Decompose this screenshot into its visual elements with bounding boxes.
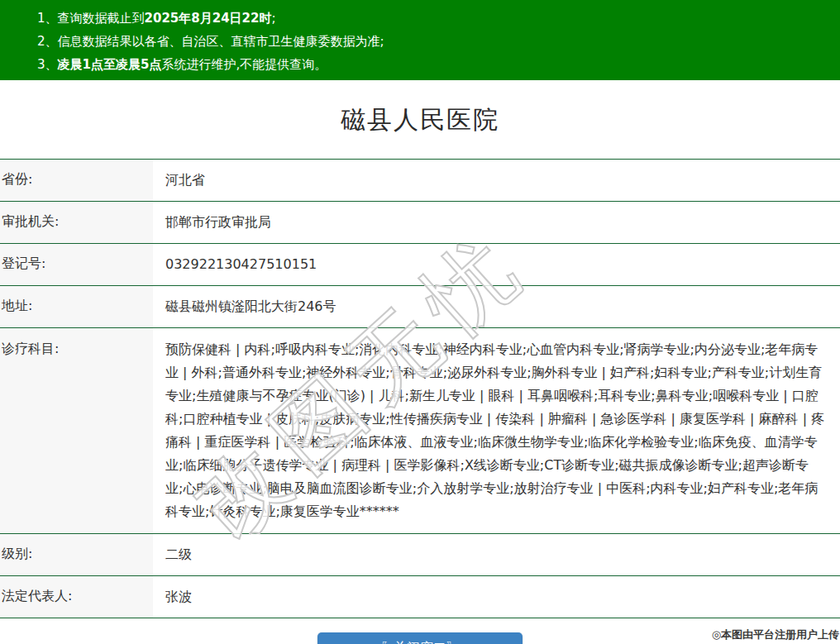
row-value: 河北省 xyxy=(153,160,840,201)
page-title: 磁县人民医院 xyxy=(0,103,840,137)
info-table: 省份: 河北省 审批机关: 邯郸市行政审批局 登记号: 032922130427… xyxy=(0,159,840,618)
table-row-approval-authority: 审批机关: 邯郸市行政审批局 xyxy=(0,202,840,244)
row-value: 张波 xyxy=(153,576,840,618)
table-row-legal-representative: 法定代表人: 张波 xyxy=(0,576,840,618)
notice-number: 3、 xyxy=(37,57,58,72)
row-value: 邯郸市行政审批局 xyxy=(153,202,840,243)
table-row-level: 级别: 二级 xyxy=(0,534,840,576)
notice-number: 1、 xyxy=(37,11,58,26)
notice-item: 3、凌晨1点至凌晨5点系统进行维护,不能提供查询。 xyxy=(37,53,840,76)
notice-number: 2、 xyxy=(37,34,58,49)
notice-item: 1、查询数据截止到2025年8月24日22时; xyxy=(37,7,840,30)
table-row-province: 省份: 河北省 xyxy=(0,160,840,202)
table-row-registration-number: 登记号: 032922130427510151 xyxy=(0,244,840,286)
upload-credit: ◎本图由平台注册用户上传 xyxy=(712,627,839,642)
row-value: 磁县磁州镇滏阳北大街246号 xyxy=(153,286,840,327)
row-label: 省份: xyxy=(0,160,153,201)
row-value: 二级 xyxy=(153,534,840,575)
notice-item: 2、信息数据结果以各省、自治区、直辖市卫生健康委数据为准; xyxy=(37,30,840,53)
row-label: 审批机关: xyxy=(0,202,153,243)
row-label: 登记号: xyxy=(0,244,153,285)
close-window-button[interactable]: 〖关闭窗口〗 xyxy=(317,632,523,644)
row-label: 地址: xyxy=(0,286,153,327)
table-row-medical-departments: 诊疗科目: 预防保健科 | 内科;呼吸内科专业;消化内科专业;神经内科专业;心血… xyxy=(0,328,840,534)
row-value: 预防保健科 | 内科;呼吸内科专业;消化内科专业;神经内科专业;心血管内科专业;… xyxy=(153,328,840,533)
notice-banner: 1、查询数据截止到2025年8月24日22时; 2、信息数据结果以各省、自治区、… xyxy=(0,0,840,80)
row-label: 诊疗科目: xyxy=(0,328,153,533)
row-label: 法定代表人: xyxy=(0,576,153,618)
table-row-address: 地址: 磁县磁州镇滏阳北大街246号 xyxy=(0,286,840,328)
row-value: 032922130427510151 xyxy=(153,244,840,285)
row-label: 级别: xyxy=(0,534,153,575)
